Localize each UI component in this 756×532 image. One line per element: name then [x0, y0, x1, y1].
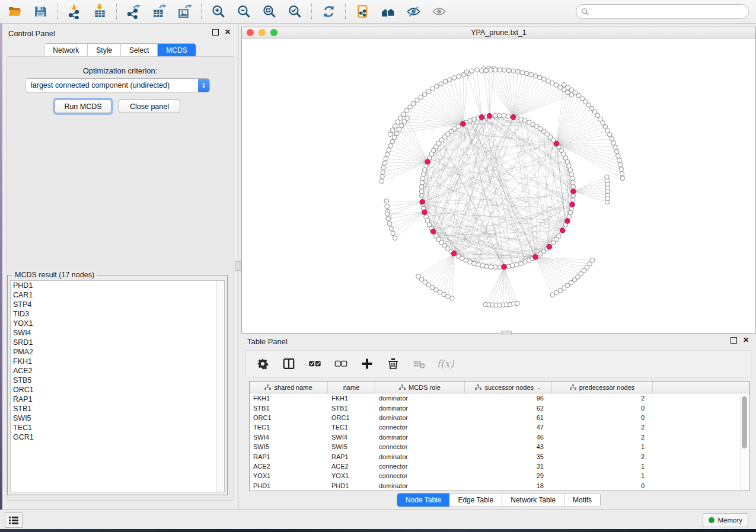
column-header-successor-nodes[interactable]: successor nodes⌄: [465, 382, 552, 393]
cell-name[interactable]: TEC1: [328, 424, 375, 431]
tab-edge-table[interactable]: Edge Table: [449, 493, 502, 507]
close-panel-icon[interactable]: ✕: [225, 30, 231, 35]
cell-predecessor-nodes[interactable]: 1: [552, 443, 653, 450]
tab-node-table[interactable]: Node Table: [397, 493, 450, 507]
search-input[interactable]: [589, 5, 748, 18]
cell-MCDS-role[interactable]: dominator: [375, 414, 465, 421]
mcds-result-item[interactable]: FKH1: [11, 357, 224, 366]
cell-shared-name[interactable]: PHD1: [250, 482, 328, 489]
cell-MCDS-role[interactable]: connector: [375, 443, 465, 450]
mcds-result-item[interactable]: TID3: [11, 309, 224, 319]
table-row[interactable]: PHD1PHD1dominator180: [250, 481, 749, 491]
cell-successor-nodes[interactable]: 96: [465, 395, 552, 402]
mcds-result-item[interactable]: SRD1: [11, 338, 224, 347]
cell-shared-name[interactable]: ORC1: [250, 414, 328, 421]
cell-name[interactable]: ORC1: [328, 414, 375, 421]
import-network-icon[interactable]: [64, 3, 84, 21]
memory-button[interactable]: Memory: [703, 513, 748, 527]
run-mcds-button[interactable]: Run MCDS: [55, 100, 111, 113]
columns-icon[interactable]: [281, 356, 296, 371]
mcds-result-item[interactable]: TEC1: [11, 423, 224, 432]
mcds-result-item[interactable]: ACE2: [11, 366, 224, 376]
column-header-MCDS-role[interactable]: MCDS role: [375, 382, 465, 393]
tab-motifs[interactable]: Motifs: [564, 493, 600, 507]
mcds-result-item[interactable]: PHD1: [11, 281, 224, 290]
table-row[interactable]: TEC1TEC1connector472: [250, 422, 749, 432]
cell-shared-name[interactable]: SWI5: [250, 443, 328, 450]
cell-name[interactable]: ACE2: [328, 463, 375, 470]
table-row[interactable]: FKH1FKH1dominator962: [250, 393, 749, 403]
float-table-panel-icon[interactable]: [731, 337, 737, 344]
cell-name[interactable]: PHD1: [328, 482, 375, 489]
cell-shared-name[interactable]: FKH1: [250, 395, 328, 402]
table-row[interactable]: ORC1ORC1dominator610: [250, 413, 749, 422]
cell-MCDS-role[interactable]: dominator: [375, 453, 465, 460]
cell-successor-nodes[interactable]: 43: [465, 443, 552, 450]
network-canvas[interactable]: [242, 39, 755, 333]
mcds-result-item[interactable]: STB5: [11, 376, 224, 385]
import-table-icon[interactable]: [90, 3, 110, 21]
mcds-result-item[interactable]: ORC1: [11, 385, 224, 395]
cell-successor-nodes[interactable]: 29: [465, 472, 552, 479]
first-neighbors-icon[interactable]: [378, 3, 398, 21]
table-row[interactable]: SWI5SWI5connector431: [250, 442, 749, 451]
tab-network-table[interactable]: Network Table: [502, 493, 564, 507]
cell-successor-nodes[interactable]: 62: [465, 405, 552, 412]
close-panel-button[interactable]: Close panel: [119, 100, 180, 113]
cell-successor-nodes[interactable]: 47: [465, 424, 552, 431]
column-header-name[interactable]: name: [328, 382, 375, 393]
cell-predecessor-nodes[interactable]: 2: [552, 453, 653, 460]
export-table-icon[interactable]: [149, 3, 169, 21]
cell-MCDS-role[interactable]: connector: [375, 424, 465, 431]
mcds-result-item[interactable]: SWI5: [11, 414, 224, 423]
cell-MCDS-role[interactable]: dominator: [375, 482, 465, 489]
cell-predecessor-nodes[interactable]: 0: [552, 405, 653, 412]
open-file-icon[interactable]: [5, 3, 25, 21]
cell-name[interactable]: FKH1: [328, 395, 375, 402]
cell-shared-name[interactable]: STB1: [250, 405, 328, 412]
add-icon[interactable]: [359, 356, 375, 371]
search-box[interactable]: [576, 4, 749, 19]
mcds-result-item[interactable]: PMA2: [11, 347, 224, 357]
mcds-result-item[interactable]: STP4: [11, 300, 224, 309]
table-row[interactable]: STB1STB1dominator620: [250, 403, 749, 412]
zoom-in-icon[interactable]: [208, 3, 228, 21]
cell-predecessor-nodes[interactable]: 1: [552, 472, 653, 479]
column-header-predecessor-nodes[interactable]: predecessor nodes: [552, 382, 653, 393]
cell-shared-name[interactable]: RAP1: [250, 453, 328, 460]
criterion-select[interactable]: largest connected component (undirected)…: [25, 78, 210, 92]
zoom-selected-icon[interactable]: [285, 3, 305, 21]
mcds-list-scrollbar[interactable]: [216, 281, 224, 492]
table-scrollbar[interactable]: [740, 394, 749, 491]
cell-shared-name[interactable]: TEC1: [250, 424, 328, 431]
cell-successor-nodes[interactable]: 31: [465, 463, 552, 470]
cell-name[interactable]: STB1: [328, 405, 375, 412]
float-panel-icon[interactable]: [212, 29, 219, 36]
cell-name[interactable]: YOX1: [328, 472, 375, 479]
table-row[interactable]: ACE2ACE2connector311: [250, 462, 749, 471]
cell-name[interactable]: SWI5: [328, 443, 375, 450]
table-row[interactable]: YOX1YOX1connector291: [250, 471, 749, 480]
save-session-icon[interactable]: [30, 3, 50, 21]
unselect-all-icon[interactable]: [333, 356, 349, 371]
table-scrollbar-thumb[interactable]: [742, 396, 747, 448]
mcds-result-item[interactable]: RAP1: [11, 395, 224, 404]
mcds-result-item[interactable]: GCR1: [11, 432, 224, 442]
table-row[interactable]: RAP1RAP1dominator352: [250, 451, 749, 461]
mcds-result-item[interactable]: YOX1: [11, 319, 224, 328]
task-history-button[interactable]: [5, 512, 23, 528]
cell-MCDS-role[interactable]: connector: [375, 472, 465, 479]
export-network-icon[interactable]: [123, 3, 143, 21]
cell-name[interactable]: SWI4: [328, 434, 375, 441]
cell-predecessor-nodes[interactable]: 1: [552, 463, 653, 470]
table-row[interactable]: SWI4SWI4dominator462: [250, 432, 749, 442]
cell-MCDS-role[interactable]: dominator: [375, 434, 465, 441]
zoom-fit-icon[interactable]: [259, 3, 279, 21]
new-network-from-selection-icon[interactable]: [352, 3, 372, 21]
cell-MCDS-role[interactable]: dominator: [375, 395, 465, 402]
cell-predecessor-nodes[interactable]: 2: [552, 424, 653, 431]
apply-layout-icon[interactable]: [318, 3, 339, 21]
cell-successor-nodes[interactable]: 46: [465, 434, 552, 441]
cell-predecessor-nodes[interactable]: 2: [552, 395, 653, 402]
cell-shared-name[interactable]: YOX1: [250, 472, 328, 479]
